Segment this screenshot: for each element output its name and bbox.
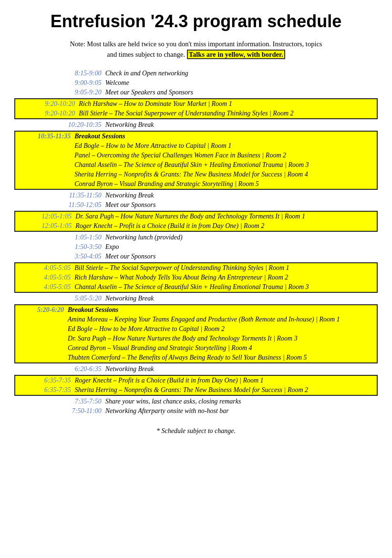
schedule-row: 1:05-1:50 Networking lunch (provided) — [14, 233, 378, 242]
yellow-row: 4:05-5:05 Rich Harshaw – What Nobody Tel… — [15, 273, 377, 282]
yellow-time-cell: 4:05-5:05 — [15, 263, 72, 273]
time-cell: 9:00-9:05 — [14, 78, 103, 88]
yellow-row: 4:05-5:05 Bill Stierle – The Social Supe… — [15, 263, 377, 273]
event-cell: Networking Afterparty onsite with no-hos… — [103, 406, 378, 416]
yellow-event-cell: Sherita Herring – Nonprofits & Grants: T… — [73, 385, 377, 395]
time-cell: 3:50-4:05 — [14, 252, 103, 261]
time-cell: 6:20-6:35 — [14, 364, 103, 374]
time-cell: 9:05-9:20 — [14, 88, 103, 97]
yellow-time-cell: 9:20-10:20 — [15, 99, 77, 109]
yellow-section-row: 12:05-1:05 Dr. Sara Pugh – How Nature Nu… — [14, 211, 378, 232]
yellow-row: Panel – Overcoming the Special Challenge… — [15, 151, 377, 160]
time-cell: 1:50-3:50 — [14, 242, 103, 252]
yellow-section-row: 6:35-7:35 Roger Knecht – Profit is a Cho… — [14, 375, 378, 396]
yellow-event-cell: Dr. Sara Pugh – How Nature Nurtures the … — [73, 211, 377, 221]
schedule-row: 6:20-6:35 Networking Break — [14, 364, 378, 374]
schedule-row: 5:05-5:20 Networking Break — [14, 294, 378, 303]
schedule-note: Note: Most talks are held twice so you d… — [14, 39, 378, 60]
schedule-row: 7:35-7:50 Share your wins, last chance a… — [14, 397, 378, 406]
yellow-section-row: 5:20-6:20 Breakout Sessions Amina Moreau… — [14, 304, 378, 363]
yellow-section-row: 10:35-11:35 Breakout Sessions Ed Bogle –… — [14, 131, 378, 190]
yellow-event-cell: Breakout Sessions — [72, 131, 377, 141]
yellow-time-cell — [15, 151, 72, 160]
yellow-time-cell: 12:05-1:05 — [15, 221, 73, 231]
event-cell: Expo — [103, 242, 378, 252]
yellow-event-cell: Ed Bogle – How to be More Attractive to … — [72, 141, 377, 151]
yellow-time-cell — [15, 353, 66, 363]
yellow-row: 12:05-1:05 Roger Knecht – Profit is a Ch… — [15, 221, 377, 231]
yellow-event-cell: Roger Knecht – Profit is a Choice (Build… — [73, 375, 377, 385]
yellow-event-cell: Chantal Asselin – The Science of Beautif… — [72, 282, 377, 292]
time-cell: 11:50-12:05 — [14, 200, 103, 210]
yellow-event-cell: Amina Moreau – Keeping Your Teams Engage… — [66, 315, 377, 324]
yellow-row: Amina Moreau – Keeping Your Teams Engage… — [15, 315, 377, 324]
event-cell: Networking Break — [103, 120, 378, 130]
event-cell: Share your wins, last chance asks, closi… — [103, 397, 378, 406]
yellow-time-cell — [15, 334, 66, 343]
yellow-time-cell: 12:05-1:05 — [15, 211, 73, 221]
yellow-time-cell — [15, 160, 72, 170]
schedule-row: 9:05-9:20 Meet our Speakers and Sponsors — [14, 88, 378, 97]
yellow-event-cell: Panel – Overcoming the Special Challenge… — [72, 151, 377, 160]
schedule-row: 7:50-11:00 Networking Afterparty onsite … — [14, 406, 378, 416]
schedule-row: 9:00-9:05 Welcome — [14, 78, 378, 88]
yellow-row: 9:20-10:20 Bill Stierle – The Social Sup… — [15, 109, 377, 119]
yellow-time-cell — [15, 343, 66, 353]
schedule-row: 11:50-12:05 Meet our Sponsors — [14, 200, 378, 210]
event-cell: Meet our Speakers and Sponsors — [103, 88, 378, 97]
yellow-event-cell: Conrad Byron – Visual Branding and Strat… — [72, 179, 377, 189]
yellow-event-cell: Rich Harshaw – What Nobody Tells You Abo… — [72, 273, 377, 282]
yellow-section-row: 4:05-5:05 Bill Stierle – The Social Supe… — [14, 262, 378, 293]
yellow-row: Ed Bogle – How to be More Attractive to … — [15, 141, 377, 151]
yellow-time-cell: 4:05-5:05 — [15, 273, 72, 282]
schedule-row: 3:50-4:05 Meet our Sponsors — [14, 252, 378, 261]
yellow-row: 6:35-7:35 Roger Knecht – Profit is a Cho… — [15, 375, 377, 385]
yellow-row: Chantal Asselin – The Science of Beautif… — [15, 160, 377, 170]
time-cell: 11:35-11:50 — [14, 191, 103, 200]
yellow-event-cell: Bill Stierle – The Social Superpower of … — [77, 109, 377, 119]
yellow-time-cell — [15, 315, 66, 324]
schedule-row: 8:15-9:00 Check in and Open networking — [14, 69, 378, 78]
yellow-time-cell: 6:35-7:35 — [15, 375, 73, 385]
highlight-note: Talks are in yellow, with border. — [187, 50, 285, 59]
time-cell: 8:15-9:00 — [14, 69, 103, 78]
time-cell: 7:35-7:50 — [14, 397, 103, 406]
yellow-time-cell: 5:20-6:20 — [15, 305, 66, 315]
yellow-row: Conrad Byron – Visual Branding and Strat… — [15, 179, 377, 189]
event-cell: Welcome — [103, 78, 378, 88]
yellow-time-cell — [15, 141, 72, 151]
yellow-row: 4:05-5:05 Chantal Asselin – The Science … — [15, 282, 377, 292]
yellow-row: 9:20-10:20 Rich Harshaw – How to Dominat… — [15, 99, 377, 109]
schedule-row: 1:50-3:50 Expo — [14, 242, 378, 252]
yellow-row: 12:05-1:05 Dr. Sara Pugh – How Nature Nu… — [15, 211, 377, 221]
yellow-section-row: 9:20-10:20 Rich Harshaw – How to Dominat… — [14, 98, 378, 119]
time-cell: 10:20-10:35 — [14, 120, 103, 130]
event-cell: Meet our Sponsors — [103, 200, 378, 210]
yellow-row: Conrad Byron – Visual Branding and Strat… — [15, 343, 377, 353]
time-cell: 1:05-1:50 — [14, 233, 103, 242]
time-cell: 5:05-5:20 — [14, 294, 103, 303]
schedule-row: 11:35-11:50 Networking Break — [14, 191, 378, 200]
yellow-event-cell: Sherita Herring – Nonprofits & Grants: T… — [72, 170, 377, 179]
yellow-event-cell: Breakout Sessions — [66, 305, 377, 315]
yellow-row: 6:35-7:35 Sherita Herring – Nonprofits &… — [15, 385, 377, 395]
yellow-time-cell: 9:20-10:20 — [15, 109, 77, 119]
yellow-row: 10:35-11:35 Breakout Sessions — [15, 131, 377, 141]
event-cell: Meet our Sponsors — [103, 252, 378, 261]
yellow-row: Dr. Sara Pugh – How Nature Nurtures the … — [15, 334, 377, 343]
event-cell: Networking Break — [103, 191, 378, 200]
yellow-time-cell: 4:05-5:05 — [15, 282, 72, 292]
yellow-event-cell: Ed Bogle – How to be More Attractive to … — [66, 324, 377, 334]
yellow-row: Sherita Herring – Nonprofits & Grants: T… — [15, 170, 377, 179]
yellow-row: Ed Bogle – How to be More Attractive to … — [15, 324, 377, 334]
yellow-event-cell: Bill Stierle – The Social Superpower of … — [72, 263, 377, 273]
yellow-event-cell: Thubten Comerford – The Benefits of Alwa… — [66, 353, 377, 363]
yellow-event-cell: Roger Knecht – Profit is a Choice (Build… — [73, 221, 377, 231]
yellow-time-cell: 10:35-11:35 — [15, 131, 72, 141]
yellow-time-cell — [15, 179, 72, 189]
page-title: Entrefusion '24.3 program schedule — [14, 11, 378, 31]
yellow-event-cell: Dr. Sara Pugh – How Nature Nurtures the … — [66, 334, 377, 343]
yellow-event-cell: Rich Harshaw – How to Dominate Your Mark… — [77, 99, 377, 109]
footer-note: * Schedule subject to change. — [14, 427, 378, 435]
event-cell: Networking Break — [103, 294, 378, 303]
